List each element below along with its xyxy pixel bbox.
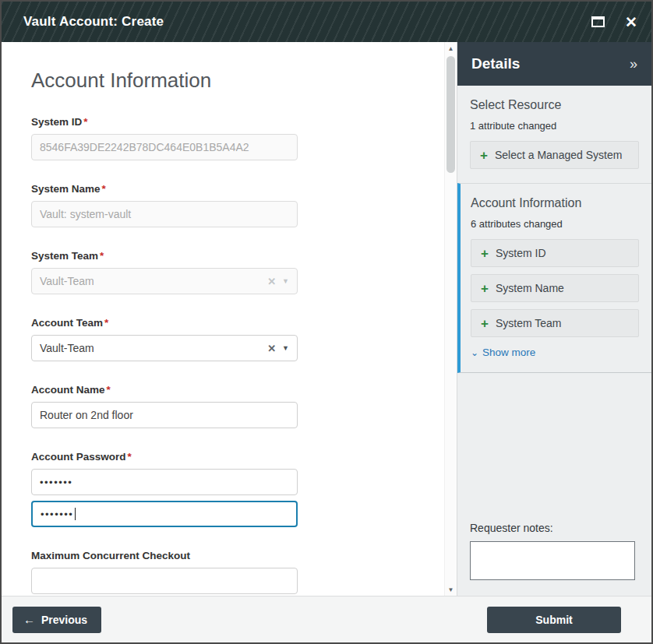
scrollbar-thumb[interactable] bbox=[447, 56, 455, 173]
required-asterisk: * bbox=[104, 317, 108, 329]
footer-right: Submit bbox=[457, 607, 651, 633]
system-team-label: System Team* bbox=[31, 250, 444, 262]
text-cursor bbox=[75, 508, 76, 520]
requester-notes-label: Requester notes: bbox=[470, 522, 639, 534]
form-scroll-area: Account Information System ID* System Na… bbox=[2, 42, 444, 596]
field-account-name: Account Name* bbox=[31, 384, 444, 428]
chevron-down-icon: ⌄ bbox=[471, 347, 478, 358]
plus-icon: + bbox=[480, 149, 488, 162]
changed-attribute-system-id: + System ID bbox=[471, 239, 639, 267]
window-title: Vault Account: Create bbox=[23, 14, 164, 30]
required-asterisk: * bbox=[102, 183, 106, 195]
scroll-up-icon[interactable]: ▲ bbox=[445, 42, 457, 55]
field-system-name: System Name* bbox=[31, 183, 444, 227]
system-team-value: Vault-Team bbox=[40, 275, 267, 287]
maximize-icon[interactable] bbox=[591, 16, 605, 27]
account-information-heading: Account Information bbox=[471, 196, 639, 210]
account-team-value: Vault-Team bbox=[40, 342, 267, 354]
account-information-section: Account Information 6 attributes changed… bbox=[457, 183, 651, 373]
window-body: Account Information System ID* System Na… bbox=[2, 42, 651, 596]
titlebar-icons: ✕ bbox=[591, 15, 637, 30]
plus-icon: + bbox=[481, 247, 489, 260]
select-managed-system-button[interactable]: + Select a Managed System bbox=[470, 141, 639, 169]
account-password-label: Account Password* bbox=[31, 451, 444, 463]
main-form-area: Account Information System ID* System Na… bbox=[2, 42, 457, 596]
changed-attribute-label: System Name bbox=[496, 282, 564, 294]
back-arrow-icon: ← bbox=[23, 613, 35, 626]
plus-icon: + bbox=[481, 282, 489, 295]
system-name-input bbox=[31, 201, 298, 227]
plus-icon: + bbox=[481, 317, 489, 330]
show-more-link[interactable]: ⌄ Show more bbox=[471, 347, 639, 358]
previous-button[interactable]: ← Previous bbox=[12, 607, 101, 633]
required-asterisk: * bbox=[100, 250, 104, 262]
submit-button[interactable]: Submit bbox=[487, 607, 621, 633]
scroll-down-icon[interactable]: ▼ bbox=[445, 583, 457, 596]
details-panel-body: Select Resource 1 attribute changed + Se… bbox=[457, 86, 651, 596]
panel-spacer bbox=[457, 373, 651, 522]
vault-account-create-window: Vault Account: Create ✕ Account Informat… bbox=[0, 0, 653, 644]
field-max-concurrent-checkout: Maximum Concurrent Checkout bbox=[31, 550, 444, 594]
clear-icon[interactable]: ✕ bbox=[267, 343, 276, 354]
system-id-label: System ID* bbox=[31, 116, 444, 128]
required-asterisk: * bbox=[128, 451, 132, 463]
page-title: Account Information bbox=[31, 69, 444, 93]
show-more-label: Show more bbox=[482, 347, 535, 358]
select-resource-changed-count: 1 attribute changed bbox=[470, 120, 639, 132]
changed-attribute-label: System ID bbox=[496, 247, 546, 259]
details-panel-header: Details » bbox=[457, 42, 651, 86]
select-resource-section: Select Resource 1 attribute changed + Se… bbox=[457, 86, 651, 183]
footer-left: ← Previous bbox=[2, 607, 457, 633]
system-name-label: System Name* bbox=[31, 183, 444, 195]
account-team-select[interactable]: Vault-Team ✕ ▼ bbox=[31, 335, 298, 361]
account-name-label: Account Name* bbox=[31, 384, 444, 396]
close-icon[interactable]: ✕ bbox=[625, 15, 637, 30]
titlebar: Vault Account: Create ✕ bbox=[2, 2, 651, 42]
account-information-changed-count: 6 attributes changed bbox=[471, 218, 639, 230]
requester-notes-input[interactable] bbox=[470, 541, 635, 580]
dropdown-caret-icon: ▼ bbox=[282, 277, 289, 285]
system-team-select: Vault-Team ✕ ▼ bbox=[31, 268, 298, 294]
account-team-label: Account Team* bbox=[31, 317, 444, 329]
details-panel: Details » Select Resource 1 attribute ch… bbox=[457, 42, 651, 596]
max-concurrent-checkout-label: Maximum Concurrent Checkout bbox=[31, 550, 444, 561]
changed-attribute-system-name: + System Name bbox=[471, 274, 639, 302]
confirm-password-input[interactable]: ••••••• bbox=[31, 501, 298, 527]
required-asterisk: * bbox=[83, 116, 87, 128]
previous-button-label: Previous bbox=[41, 614, 87, 626]
required-asterisk: * bbox=[107, 384, 111, 396]
system-id-input bbox=[31, 134, 298, 160]
account-name-input[interactable] bbox=[31, 402, 298, 428]
max-concurrent-checkout-input[interactable] bbox=[31, 568, 298, 594]
clear-icon: ✕ bbox=[267, 276, 276, 287]
field-system-team: System Team* Vault-Team ✕ ▼ bbox=[31, 250, 444, 294]
vertical-scrollbar[interactable]: ▲ ▼ bbox=[444, 42, 457, 596]
changed-attribute-label: System Team bbox=[496, 317, 562, 329]
footer: ← Previous Submit bbox=[2, 596, 651, 642]
dropdown-caret-icon[interactable]: ▼ bbox=[282, 344, 289, 352]
details-title: Details bbox=[471, 55, 520, 72]
confirm-password-value: ••••••• bbox=[41, 509, 73, 520]
requester-notes-block: Requester notes: bbox=[457, 522, 651, 596]
field-account-team: Account Team* Vault-Team ✕ ▼ bbox=[31, 317, 444, 361]
field-account-password: Account Password* ••••••• bbox=[31, 451, 444, 527]
select-resource-heading: Select Resource bbox=[470, 98, 639, 112]
field-system-id: System ID* bbox=[31, 116, 444, 160]
account-password-input[interactable] bbox=[31, 469, 298, 495]
collapse-panel-icon[interactable]: » bbox=[630, 56, 637, 72]
changed-attribute-system-team: + System Team bbox=[471, 309, 639, 337]
select-managed-system-label: Select a Managed System bbox=[495, 149, 622, 161]
